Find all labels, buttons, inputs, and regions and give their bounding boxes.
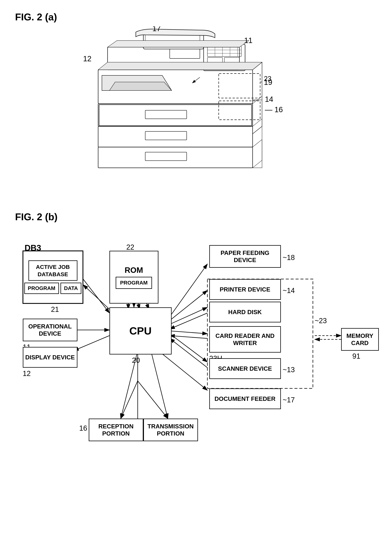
transmission-box: TRANSMISSION PORTION <box>143 419 198 441</box>
num-23-2b: ~23 <box>315 317 327 325</box>
svg-rect-18 <box>98 126 253 147</box>
num-21: 21 <box>51 305 59 314</box>
num-23: 23 <box>264 75 271 83</box>
svg-rect-22 <box>219 74 260 98</box>
num-12-2b: 12 <box>23 370 31 378</box>
page: FIG. 2 (a) <box>0 0 392 540</box>
paper-feeding-box: PAPER FEEDING DEVICE <box>209 245 281 268</box>
cpu-box: CPU <box>109 307 172 355</box>
num-91: 91 <box>353 352 360 360</box>
display-device-box: DISPLAY DEVICE <box>23 347 77 368</box>
svg-line-37 <box>170 264 207 317</box>
active-job-db-container: ACTIVE JOB DATABASE PROGRAM DATA <box>23 251 83 304</box>
svg-rect-5 <box>207 46 241 57</box>
block-diagram: DB3 ACTIVE JOB DATABASE PROGRAM DATA 21 … <box>17 226 375 462</box>
scanner-device-box: SCANNER DEVICE <box>209 358 281 379</box>
svg-rect-19 <box>145 131 187 140</box>
num-17-2b: ~17 <box>283 396 295 404</box>
svg-line-51 <box>121 381 138 419</box>
num-18: ~18 <box>283 254 295 262</box>
svg-rect-20 <box>98 147 253 168</box>
num-12: 12 <box>83 55 92 63</box>
svg-rect-3 <box>170 49 200 58</box>
svg-line-48 <box>121 343 140 419</box>
data-box: DATA <box>60 283 82 294</box>
operational-device-box: OPERATIONAL DEVICE <box>23 319 77 341</box>
svg-rect-17 <box>145 110 187 119</box>
num-16: — 16 <box>265 105 283 114</box>
svg-line-38 <box>170 290 207 320</box>
svg-line-39 <box>170 307 207 324</box>
svg-line-52 <box>138 381 168 419</box>
fig-2a-label: FIG. 2 (a) <box>15 11 377 23</box>
svg-rect-21 <box>145 152 187 161</box>
active-job-db-box: ACTIVE JOB DATABASE <box>29 260 77 281</box>
rom-program-box: PROGRAM <box>116 277 152 289</box>
svg-line-40 <box>170 313 207 329</box>
svg-line-36 <box>83 285 109 309</box>
num-14-2b: ~14 <box>283 287 295 295</box>
document-feeder-box: DOCUMENT FEEDER <box>209 388 281 409</box>
reception-box: RECEPTION PORTION <box>89 419 143 441</box>
hard-disk-box: HARD DISK <box>209 302 281 322</box>
memory-card-box: MEMORY CARD <box>341 328 379 351</box>
svg-line-42 <box>170 336 207 338</box>
card-reader-box: CARD READER AND WRITER <box>209 326 281 353</box>
num-17: 17 <box>152 26 161 33</box>
fig-2b-container: DB3 ACTIVE JOB DATABASE PROGRAM DATA 21 … <box>15 226 377 471</box>
num-20: 20 <box>132 356 140 365</box>
rom-box: ROM PROGRAM <box>109 251 158 304</box>
svg-line-41 <box>170 331 207 334</box>
num-14: 14 <box>265 95 273 103</box>
num-11: 11 <box>244 36 253 45</box>
svg-line-46 <box>170 338 207 368</box>
num-16-2b: 16 <box>79 424 87 432</box>
svg-line-35 <box>83 279 109 313</box>
svg-line-34 <box>74 336 109 351</box>
copier-svg: 17 11 12 19 23 14 — 16 <box>64 26 328 189</box>
printer-device-box: PRINTER DEVICE <box>209 279 281 300</box>
svg-rect-16 <box>99 105 252 126</box>
num-22: 22 <box>126 243 134 251</box>
program-box: PROGRAM <box>24 283 59 294</box>
svg-line-49 <box>149 343 168 419</box>
svg-line-45 <box>170 334 207 362</box>
svg-rect-15 <box>98 104 253 126</box>
fig-2b-label: FIG. 2 (b) <box>15 211 377 222</box>
fig-2a-container: 17 11 12 19 23 14 — 16 <box>15 26 377 196</box>
num-13: ~13 <box>283 366 295 374</box>
